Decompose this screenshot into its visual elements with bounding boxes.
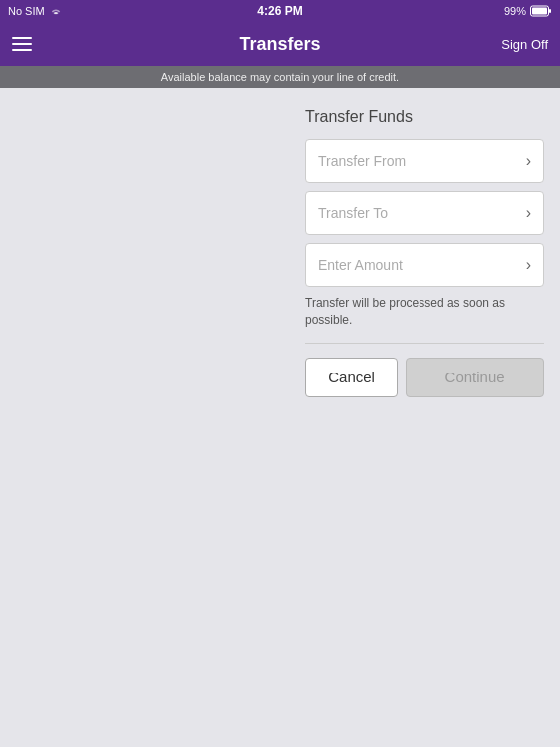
status-bar-time: 4:26 PM xyxy=(257,4,302,18)
svg-rect-2 xyxy=(549,9,551,13)
battery-icon xyxy=(530,5,552,17)
transfer-to-label: Transfer To xyxy=(318,205,388,221)
enter-amount-label: Enter Amount xyxy=(318,257,403,273)
form-title: Transfer Funds xyxy=(305,108,544,125)
continue-button[interactable]: Continue xyxy=(406,358,544,397)
page-title: Transfers xyxy=(239,34,320,55)
hamburger-line xyxy=(12,43,32,45)
note-text: Transfer will be processed as soon as po… xyxy=(305,295,544,329)
wifi-icon xyxy=(49,6,63,16)
carrier-label: No SIM xyxy=(8,5,45,17)
svg-rect-1 xyxy=(532,8,547,15)
transfer-from-label: Transfer From xyxy=(318,153,406,169)
divider xyxy=(305,343,544,344)
notice-bar: Available balance may contain your line … xyxy=(0,66,560,88)
enter-amount-chevron-icon: › xyxy=(526,256,531,274)
cancel-button[interactable]: Cancel xyxy=(305,358,398,397)
sidebar-area xyxy=(0,88,289,745)
hamburger-line xyxy=(12,37,32,39)
form-area: Transfer Funds Transfer From › Transfer … xyxy=(289,88,560,745)
enter-amount-button[interactable]: Enter Amount › xyxy=(305,243,544,287)
transfer-to-button[interactable]: Transfer To › xyxy=(305,191,544,235)
notice-text: Available balance may contain your line … xyxy=(161,71,399,83)
battery-percent: 99% xyxy=(504,5,526,17)
hamburger-menu-button[interactable] xyxy=(12,37,32,51)
transfer-from-chevron-icon: › xyxy=(526,152,531,170)
sign-off-button[interactable]: Sign Off xyxy=(501,37,548,52)
hamburger-line xyxy=(12,49,32,51)
status-bar: No SIM 4:26 PM 99% xyxy=(0,0,560,22)
status-bar-right: 99% xyxy=(504,5,552,17)
main-content: Transfer Funds Transfer From › Transfer … xyxy=(0,88,560,745)
transfer-from-button[interactable]: Transfer From › xyxy=(305,139,544,183)
status-bar-left: No SIM xyxy=(8,5,63,17)
button-row: Cancel Continue xyxy=(305,358,544,397)
nav-bar: Transfers Sign Off xyxy=(0,22,560,66)
transfer-to-chevron-icon: › xyxy=(526,204,531,222)
